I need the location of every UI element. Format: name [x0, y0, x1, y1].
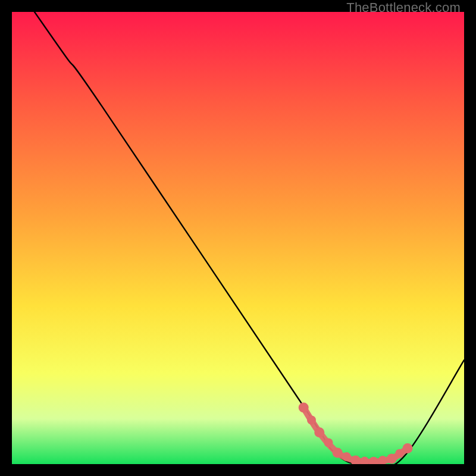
svg-point-0	[299, 403, 309, 413]
svg-point-8	[324, 438, 333, 447]
svg-point-9	[342, 452, 351, 461]
bottleneck-chart	[12, 12, 464, 464]
svg-point-7	[307, 415, 316, 424]
watermark-text: TheBottleneck.com	[346, 0, 461, 15]
svg-point-1	[314, 427, 324, 437]
chart-background-gradient	[12, 12, 464, 464]
svg-point-12	[395, 449, 404, 458]
svg-point-6	[403, 443, 413, 453]
chart-frame	[12, 12, 464, 464]
svg-point-5	[387, 453, 397, 464]
svg-point-2	[333, 448, 343, 458]
